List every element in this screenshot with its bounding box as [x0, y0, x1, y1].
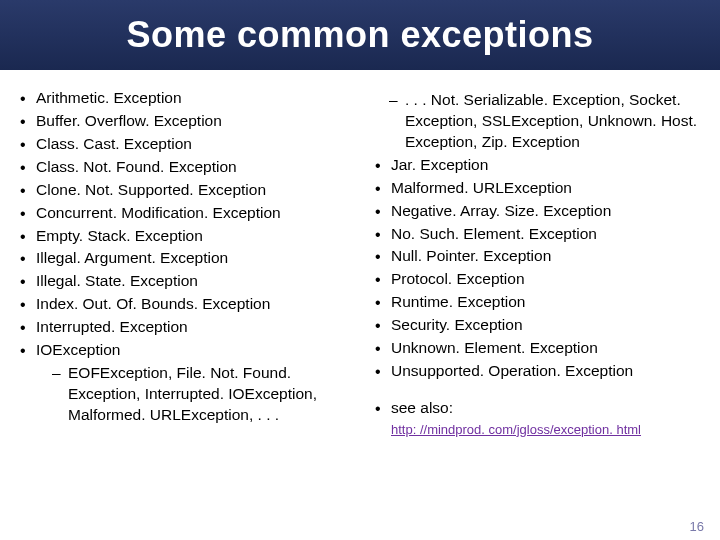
page-number: 16: [690, 519, 704, 534]
list-item: Empty. Stack. Exception: [18, 226, 365, 247]
see-also-list: see also:: [373, 398, 720, 419]
list-item: Class. Cast. Exception: [18, 134, 365, 155]
page-title: Some common exceptions: [126, 14, 593, 56]
list-item: Index. Out. Of. Bounds. Exception: [18, 294, 365, 315]
list-item: Negative. Array. Size. Exception: [373, 201, 720, 222]
list-item: Protocol. Exception: [373, 269, 720, 290]
list-item: IOException EOFException, File. Not. Fou…: [18, 340, 365, 426]
list-item: Security. Exception: [373, 315, 720, 336]
list-item: Unsupported. Operation. Exception: [373, 361, 720, 382]
list-item-label: IOException: [36, 341, 120, 358]
list-item: Illegal. State. Exception: [18, 271, 365, 292]
sub-list-item: . . . Not. Serializable. Exception, Sock…: [373, 90, 720, 153]
title-bar: Some common exceptions: [0, 0, 720, 70]
list-item: Interrupted. Exception: [18, 317, 365, 338]
list-item: Null. Pointer. Exception: [373, 246, 720, 267]
list-item: Illegal. Argument. Exception: [18, 248, 365, 269]
list-item: Concurrent. Modification. Exception: [18, 203, 365, 224]
left-column: Arithmetic. Exception Buffer. Overflow. …: [18, 88, 365, 438]
exception-list-left: Arithmetic. Exception Buffer. Overflow. …: [18, 88, 365, 426]
list-item: Clone. Not. Supported. Exception: [18, 180, 365, 201]
content-area: Arithmetic. Exception Buffer. Overflow. …: [0, 70, 720, 438]
list-item: Unknown. Element. Exception: [373, 338, 720, 359]
list-item: No. Such. Element. Exception: [373, 224, 720, 245]
list-item: Buffer. Overflow. Exception: [18, 111, 365, 132]
sub-list-right-top: . . . Not. Serializable. Exception, Sock…: [373, 90, 720, 153]
see-also-link[interactable]: http: //mindprod. com/jgloss/exception. …: [373, 421, 720, 439]
list-item: Class. Not. Found. Exception: [18, 157, 365, 178]
sub-list-item: EOFException, File. Not. Found. Exceptio…: [36, 363, 365, 426]
list-item: Arithmetic. Exception: [18, 88, 365, 109]
see-also-label: see also:: [373, 398, 720, 419]
list-item: Runtime. Exception: [373, 292, 720, 313]
right-column: . . . Not. Serializable. Exception, Sock…: [365, 88, 720, 438]
sub-list-left: EOFException, File. Not. Found. Exceptio…: [36, 363, 365, 426]
exception-list-right: Jar. Exception Malformed. URLException N…: [373, 155, 720, 382]
list-item: Malformed. URLException: [373, 178, 720, 199]
list-item: Jar. Exception: [373, 155, 720, 176]
